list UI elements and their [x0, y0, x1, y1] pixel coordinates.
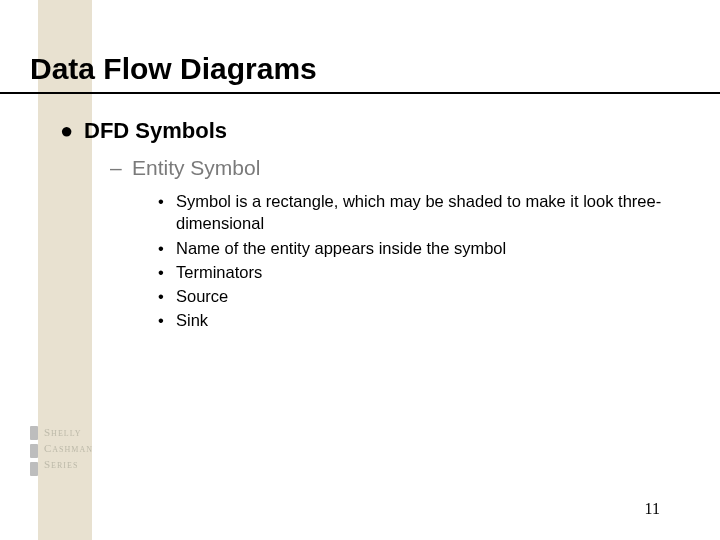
list-item-text: Source — [176, 285, 678, 307]
page-number: 11 — [645, 500, 660, 518]
bullet-level2: –Entity Symbol — [110, 156, 260, 180]
bullet-marker-l3: • — [158, 261, 176, 283]
list-item-text: Name of the entity appears inside the sy… — [176, 237, 678, 259]
bullet-marker-l2: – — [110, 156, 132, 180]
bullet-level3-list: • Symbol is a rectangle, which may be sh… — [158, 190, 678, 334]
bullet-marker-l3: • — [158, 285, 176, 307]
list-item-text: Sink — [176, 309, 678, 331]
bullet-marker-l3: • — [158, 237, 176, 259]
list-item: • Terminators — [158, 261, 678, 283]
list-item: • Sink — [158, 309, 678, 331]
logo-line1: Shelly — [44, 424, 93, 440]
logo-line2: Cashman — [44, 440, 93, 456]
bullet-text-l2: Entity Symbol — [132, 156, 260, 179]
list-item: • Source — [158, 285, 678, 307]
bullet-level1: ●DFD Symbols — [60, 118, 227, 144]
list-item-text: Symbol is a rectangle, which may be shad… — [176, 190, 678, 235]
bullet-marker-l3: • — [158, 309, 176, 331]
bullet-text-l1: DFD Symbols — [84, 118, 227, 143]
bullet-marker-l3: • — [158, 190, 176, 235]
list-item-text: Terminators — [176, 261, 678, 283]
logo-bars-icon — [30, 426, 38, 480]
logo-line3: Series — [44, 456, 93, 472]
list-item: • Name of the entity appears inside the … — [158, 237, 678, 259]
list-item: • Symbol is a rectangle, which may be sh… — [158, 190, 678, 235]
logo-text: Shelly Cashman Series — [44, 424, 93, 472]
publisher-logo: Shelly Cashman Series — [30, 422, 120, 480]
title-underline — [0, 92, 720, 94]
bullet-marker-l1: ● — [60, 118, 84, 144]
slide-title: Data Flow Diagrams — [30, 52, 317, 86]
